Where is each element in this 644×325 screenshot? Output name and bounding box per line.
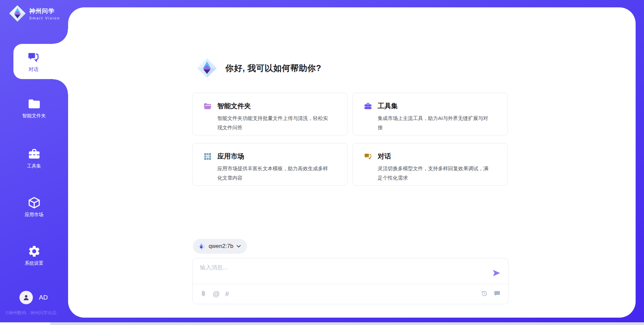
card-content: 工具集 集成市场上主流工具，助力AI与外界无缝扩展与对接 xyxy=(378,102,489,135)
card-chat[interactable]: 对话 灵活切换多模型文件，支持多样回复效果调试，满足个性化需求 xyxy=(353,143,508,186)
copyright-footer: ©神州数码 · 神州问学出品 xyxy=(6,310,56,316)
card-toolkit[interactable]: 工具集 集成市场上主流工具，助力AI与外界无缝扩展与对接 xyxy=(353,93,508,135)
brand-name: 神州问学 xyxy=(29,7,60,15)
toolbox-icon xyxy=(28,147,41,161)
folder-open-icon xyxy=(203,102,212,111)
user-name: AD xyxy=(39,294,48,301)
sidebar-item-settings[interactable]: 系统设置 xyxy=(0,245,68,266)
card-app-market[interactable]: 应用市场 应用市场提供丰富长文本模板，助力高效生成多样化文章内容 xyxy=(192,143,347,186)
card-description: 应用市场提供丰富长文本模板，助力高效生成多样化文章内容 xyxy=(217,164,329,183)
model-selector[interactable]: qwen2:7b xyxy=(193,239,247,254)
chat-bubbles-icon xyxy=(364,152,372,161)
diamond-logo-icon xyxy=(197,242,206,251)
card-content: 智能文件夹 智能文件夹功能支持批量文件上传与清洗，轻松实现文件问答 xyxy=(217,102,329,135)
paperclip-icon xyxy=(200,290,207,297)
user-account[interactable]: AD xyxy=(19,291,48,304)
greeting-block: 你好, 我可以如何帮助你? xyxy=(197,58,321,78)
sidebar-item-toolkit[interactable]: 工具集 xyxy=(0,147,68,169)
diamond-logo-icon xyxy=(197,58,217,78)
gear-icon xyxy=(28,245,41,258)
app-grid-icon xyxy=(203,152,212,161)
attach-file-button[interactable] xyxy=(200,290,207,297)
scrollbar-thumb[interactable] xyxy=(0,322,50,325)
sidebar-item-label: 应用市场 xyxy=(25,212,44,218)
history-icon xyxy=(481,290,488,297)
message-composer: @ # xyxy=(192,258,508,304)
sidebar-item-smart-folder[interactable]: 智能文件夹 xyxy=(0,97,68,119)
mention-button[interactable]: @ xyxy=(213,290,220,297)
composer-divider xyxy=(193,284,508,284)
diamond-logo-icon xyxy=(9,5,26,22)
sidebar-item-label: 智能文件夹 xyxy=(22,113,46,119)
brand-logo: 神州问学 Smart Vision xyxy=(9,5,60,22)
main-panel: 你好, 我可以如何帮助你? 智能文件夹 智能文件夹功能支持批量文件上传与清洗，轻… xyxy=(68,7,636,318)
avatar xyxy=(19,291,33,304)
card-smart-folder[interactable]: 智能文件夹 智能文件夹功能支持批量文件上传与清洗，轻松实现文件问答 xyxy=(192,93,347,135)
brand-subtitle: Smart Vision xyxy=(29,16,60,20)
brand-text: 神州问学 Smart Vision xyxy=(29,7,60,20)
composer-toolbar: @ # xyxy=(200,286,501,301)
card-title: 工具集 xyxy=(378,102,489,111)
sidebar-item-label: 工具集 xyxy=(27,163,41,169)
card-description: 集成市场上主流工具，助力AI与外界无缝扩展与对接 xyxy=(378,114,489,132)
greeting-title: 你好, 我可以如何帮助你? xyxy=(225,63,321,74)
feature-cards: 智能文件夹 智能文件夹功能支持批量文件上传与清洗，轻松实现文件问答 工具集 集成… xyxy=(192,93,508,186)
app-root: 你好, 我可以如何帮助你? 智能文件夹 智能文件夹功能支持批量文件上传与清洗，轻… xyxy=(0,0,644,325)
card-title: 对话 xyxy=(378,152,489,161)
sidebar: 神州问学 Smart Vision 智能文件夹 工具集 应 xyxy=(0,0,68,325)
card-description: 智能文件夹功能支持批量文件上传与清洗，轻松实现文件问答 xyxy=(217,114,329,132)
cube-icon xyxy=(28,196,41,209)
card-description: 灵活切换多模型文件，支持多样回复效果调试，满足个性化需求 xyxy=(378,164,489,183)
history-button[interactable] xyxy=(481,290,488,297)
send-button[interactable] xyxy=(491,268,501,278)
card-content: 对话 灵活切换多模型文件，支持多样回复效果调试，满足个性化需求 xyxy=(378,152,489,185)
message-input[interactable] xyxy=(200,264,488,282)
sidebar-item-label: 系统设置 xyxy=(25,260,44,266)
hashtag-button[interactable]: # xyxy=(225,290,229,297)
card-title: 智能文件夹 xyxy=(217,102,329,111)
new-chat-button[interactable] xyxy=(493,290,501,297)
chevron-down-icon xyxy=(236,245,241,248)
person-icon xyxy=(22,294,30,302)
send-icon xyxy=(492,268,501,278)
chat-bubble-icon xyxy=(493,290,501,297)
card-title: 应用市场 xyxy=(217,152,329,161)
horizontal-scrollbar[interactable] xyxy=(0,322,644,325)
model-name: qwen2:7b xyxy=(209,243,233,250)
folder-icon xyxy=(28,97,41,111)
toolbox-icon xyxy=(364,102,372,111)
sidebar-item-app-market[interactable]: 应用市场 xyxy=(0,196,68,218)
card-content: 应用市场 应用市场提供丰富长文本模板，助力高效生成多样化文章内容 xyxy=(217,152,329,185)
